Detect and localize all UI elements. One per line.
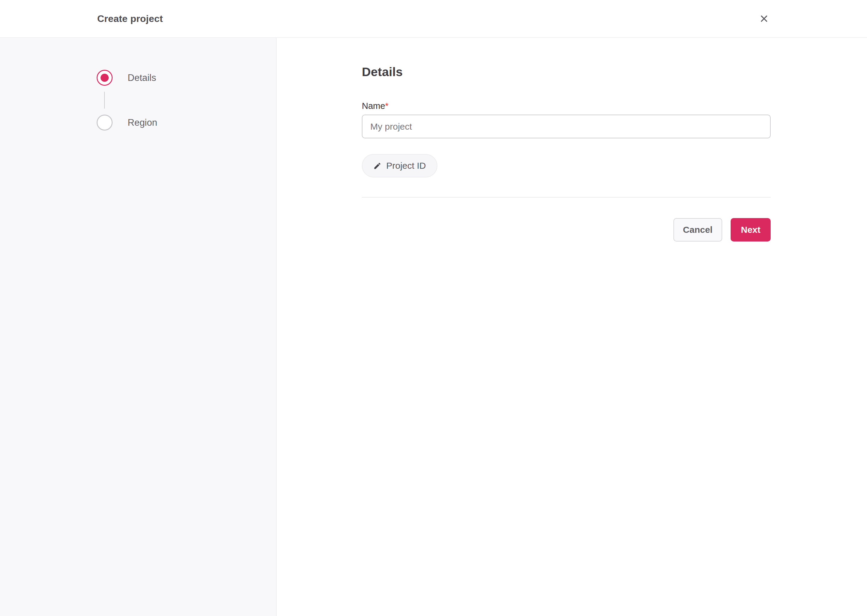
cancel-button[interactable]: Cancel — [673, 218, 722, 242]
main-panel: Details Name* Project ID Cancel Next — [277, 38, 867, 616]
page-title: Details — [362, 64, 771, 79]
stepper-sidebar: Details Region — [0, 38, 277, 616]
pencil-icon — [373, 162, 381, 170]
step-radio-dot — [101, 74, 109, 82]
step-radio-idle-icon — [97, 115, 113, 130]
step-radio-active-icon — [97, 70, 113, 86]
stepper: Details Region — [97, 70, 157, 130]
project-id-button[interactable]: Project ID — [362, 154, 437, 178]
step-item-region[interactable]: Region — [97, 115, 157, 130]
close-button[interactable] — [755, 9, 773, 28]
step-item-details[interactable]: Details — [97, 70, 157, 86]
step-label: Region — [128, 117, 157, 128]
name-input[interactable] — [362, 115, 771, 138]
footer-actions: Cancel Next — [362, 218, 771, 242]
required-asterisk: * — [385, 101, 388, 111]
create-project-modal: Create project Details Region — [0, 0, 867, 616]
modal-header: Create project — [0, 0, 867, 38]
x-icon — [760, 14, 769, 23]
project-id-label: Project ID — [386, 160, 426, 171]
step-label: Details — [128, 72, 156, 83]
next-button[interactable]: Next — [731, 218, 771, 242]
modal-title: Create project — [97, 13, 163, 24]
name-label: Name* — [362, 101, 771, 111]
step-connector-line — [104, 92, 105, 108]
section-divider — [362, 197, 771, 198]
